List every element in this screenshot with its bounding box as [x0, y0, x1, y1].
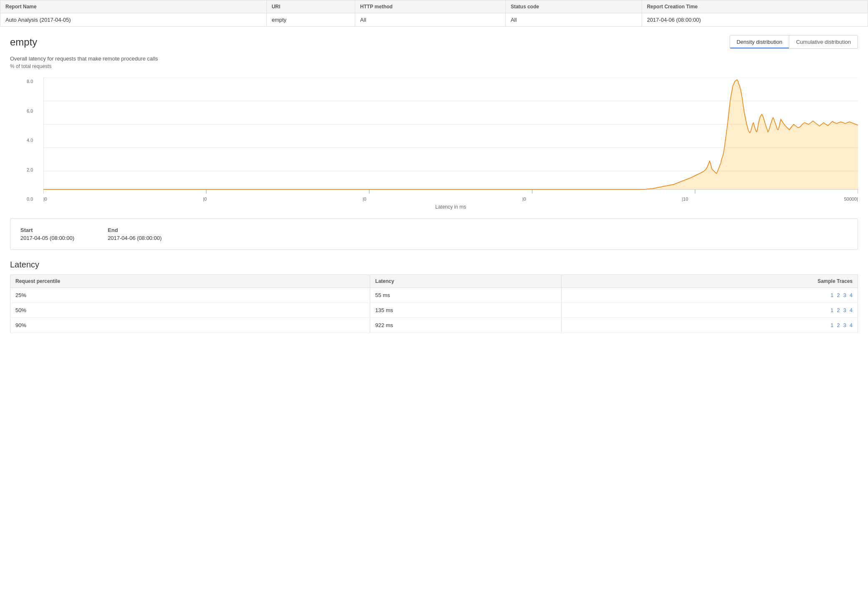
start-value: 2017-04-05 (08:00:00): [20, 235, 74, 241]
end-label: End: [108, 227, 161, 233]
uri-cell: empty: [266, 13, 355, 27]
chart-container: 8.0 6.0 4.0 2.0 0.0: [10, 78, 858, 210]
col-status-code: Status code: [505, 0, 642, 13]
tab-density-distribution[interactable]: Density distribution: [730, 35, 790, 48]
latency-table: Request percentile Latency Sample Traces…: [10, 275, 858, 333]
y-tick-2: 2.0: [27, 168, 43, 172]
percentile-cell: 25%: [10, 288, 370, 303]
y-tick-0: 0.0: [27, 197, 43, 202]
distribution-tab-group: Density distribution Cumulative distribu…: [730, 35, 858, 49]
col-latency: Latency: [370, 275, 562, 288]
x-tick-0b: |0: [203, 197, 207, 202]
col-creation-time: Report Creation Time: [642, 0, 868, 13]
latency-row: 90%922 ms1234: [10, 318, 858, 333]
header-row: Auto Analysis (2017-04-05) empty All All…: [0, 13, 868, 27]
trace-link-2-1[interactable]: 2: [837, 322, 840, 328]
latency-section-title: Latency: [10, 260, 858, 270]
latency-cell: 135 ms: [370, 303, 562, 318]
http-method-cell: All: [355, 13, 505, 27]
header-table: Report Name URI HTTP method Status code …: [0, 0, 868, 27]
end-info: End 2017-04-06 (08:00:00): [108, 227, 161, 241]
trace-link-1-2[interactable]: 3: [843, 307, 846, 313]
latency-row: 50%135 ms1234: [10, 303, 858, 318]
x-axis-label: Latency in ms: [43, 204, 858, 210]
x-tick-50000: 50000|: [844, 197, 858, 202]
trace-link-1-1[interactable]: 2: [837, 307, 840, 313]
trace-link-2-0[interactable]: 1: [830, 322, 833, 328]
traces-cell: 1234: [561, 303, 858, 318]
latency-row: 25%55 ms1234: [10, 288, 858, 303]
col-http-method: HTTP method: [355, 0, 505, 13]
percentile-cell: 90%: [10, 318, 370, 333]
trace-link-1-3[interactable]: 4: [850, 307, 853, 313]
x-tick-0a: |0: [43, 197, 47, 202]
info-box: Start 2017-04-05 (08:00:00) End 2017-04-…: [10, 218, 858, 250]
col-uri: URI: [266, 0, 355, 13]
start-label: Start: [20, 227, 74, 233]
main-content: empty Density distribution Cumulative di…: [0, 27, 868, 341]
x-tick-0d: |0: [522, 197, 526, 202]
trace-link-2-3[interactable]: 4: [850, 322, 853, 328]
top-section: empty Density distribution Cumulative di…: [10, 35, 858, 49]
y-tick-6: 6.0: [27, 109, 43, 113]
chart-svg: [43, 78, 858, 194]
y-axis-description: % of total requests: [10, 63, 858, 69]
col-sample-traces: Sample Traces: [561, 275, 858, 288]
chart-subtitle: Overall latency for requests that make r…: [10, 55, 858, 62]
traces-cell: 1234: [561, 288, 858, 303]
x-tick-0c: |0: [363, 197, 366, 202]
report-name-cell: Auto Analysis (2017-04-05): [0, 13, 267, 27]
percentile-cell: 50%: [10, 303, 370, 318]
start-info: Start 2017-04-05 (08:00:00): [20, 227, 74, 241]
y-tick-4: 4.0: [27, 138, 43, 143]
col-report-name: Report Name: [0, 0, 267, 13]
traces-cell: 1234: [561, 318, 858, 333]
trace-link-0-0[interactable]: 1: [830, 292, 833, 298]
trace-link-2-2[interactable]: 3: [843, 322, 846, 328]
latency-cell: 55 ms: [370, 288, 562, 303]
trace-link-0-2[interactable]: 3: [843, 292, 846, 298]
latency-cell: 922 ms: [370, 318, 562, 333]
trace-link-0-3[interactable]: 4: [850, 292, 853, 298]
y-tick-8: 8.0: [27, 79, 43, 84]
end-value: 2017-04-06 (08:00:00): [108, 235, 161, 241]
x-tick-10: |10: [682, 197, 688, 202]
trace-link-1-0[interactable]: 1: [830, 307, 833, 313]
trace-link-0-1[interactable]: 2: [837, 292, 840, 298]
creation-time-cell: 2017-04-06 (08:00:00): [642, 13, 868, 27]
status-code-cell: All: [505, 13, 642, 27]
tab-cumulative-distribution[interactable]: Cumulative distribution: [789, 35, 858, 48]
page-title: empty: [10, 36, 37, 48]
col-request-percentile: Request percentile: [10, 275, 370, 288]
